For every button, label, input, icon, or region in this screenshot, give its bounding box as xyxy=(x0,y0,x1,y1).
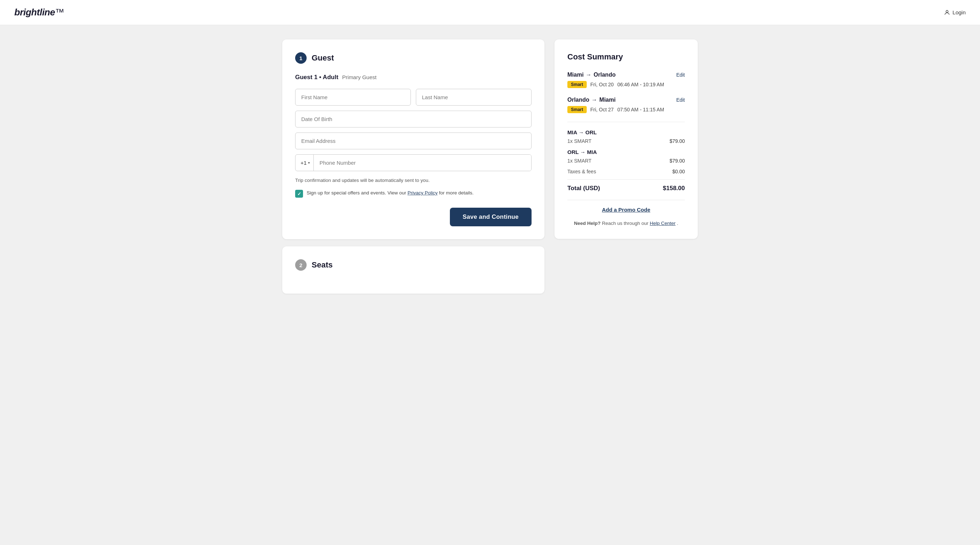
promo-code-link[interactable]: Add a Promo Code xyxy=(567,200,685,213)
guest-section-title: Guest xyxy=(312,53,334,63)
right-column: Cost Summary Miami → Orlando Edit Smart … xyxy=(554,40,698,294)
checkmark-icon: ✓ xyxy=(297,191,301,197)
login-label: Login xyxy=(953,9,966,15)
first-name-input[interactable] xyxy=(295,89,411,106)
route2-day: Fri, Oct 27 xyxy=(590,107,614,113)
main-content: 1 Guest Guest 1 • Adult Primary Guest xyxy=(275,40,705,294)
total-price: $158.00 xyxy=(663,185,685,192)
logo: brightline™ xyxy=(14,7,64,18)
dob-input[interactable] xyxy=(295,111,531,127)
seats-section-title: Seats xyxy=(312,260,333,270)
logo-plain: bright xyxy=(14,7,40,17)
route1-to: Orlando xyxy=(593,72,616,78)
taxes-label: Taxes & fees xyxy=(567,168,596,175)
route1-block: Miami → Orlando Edit Smart Fri, Oct 20 0… xyxy=(567,72,685,88)
phone-input[interactable] xyxy=(314,155,531,171)
privacy-policy-link[interactable]: Privacy Policy xyxy=(407,190,438,195)
route2-arrow-icon: → xyxy=(591,97,597,103)
header: brightline™ Login xyxy=(0,0,980,25)
help-text: Need Help? xyxy=(574,221,600,226)
email-field xyxy=(295,132,531,149)
guest-step-badge: 1 xyxy=(295,52,307,64)
route1-from: Miami xyxy=(567,72,584,78)
seats-section-header: 2 Seats xyxy=(295,259,531,271)
route1-details: Smart Fri, Oct 20 06:46 AM - 10:19 AM xyxy=(567,81,685,88)
guest-step-number: 1 xyxy=(299,55,302,61)
total-label: Total (USD) xyxy=(567,185,600,192)
seats-step-badge: 2 xyxy=(295,259,307,271)
cost-summary-card: Cost Summary Miami → Orlando Edit Smart … xyxy=(554,40,698,239)
phone-row: +1 ▾ xyxy=(295,154,531,171)
chevron-down-icon: ▾ xyxy=(308,161,310,165)
route1-time: 06:46 AM - 10:19 AM xyxy=(617,82,664,87)
mia-orl-section: MIA → ORL 1x SMART $79.00 xyxy=(567,129,685,144)
seats-card: 2 Seats xyxy=(282,246,544,294)
taxes-line: Taxes & fees $0.00 xyxy=(567,168,685,175)
newsletter-checkbox[interactable]: ✓ xyxy=(295,190,303,198)
route1-smart-badge: Smart xyxy=(567,81,587,88)
cost-summary-title: Cost Summary xyxy=(567,52,685,62)
last-name-input[interactable] xyxy=(416,89,531,106)
mia-orl-price: $79.00 xyxy=(670,138,685,144)
orl-mia-label: ORL → MIA xyxy=(567,149,685,155)
logo-bold: line xyxy=(40,7,55,17)
route2-header: Orlando → Miami Edit xyxy=(567,97,685,103)
guest-name-label: Guest 1 • Adult xyxy=(295,74,339,81)
route2-title: Orlando → Miami xyxy=(567,97,616,103)
orl-mia-price: $79.00 xyxy=(670,158,685,164)
help-center-link[interactable]: Help Center xyxy=(650,221,676,226)
phone-country-wrapper[interactable]: +1 ▾ xyxy=(296,155,314,171)
person-icon xyxy=(944,9,950,16)
guest-card: 1 Guest Guest 1 • Adult Primary Guest xyxy=(282,40,544,239)
guest-label: Guest 1 • Adult Primary Guest xyxy=(295,74,531,81)
route2-edit-link[interactable]: Edit xyxy=(676,97,685,103)
guest-section-header: 1 Guest xyxy=(295,52,531,64)
route1-header: Miami → Orlando Edit xyxy=(567,72,685,78)
confirmation-text: Trip confirmation and updates will be au… xyxy=(295,178,531,183)
mia-orl-label: MIA → ORL xyxy=(567,129,685,135)
divider-1 xyxy=(567,122,685,122)
name-row xyxy=(295,89,531,106)
orl-mia-section: ORL → MIA 1x SMART $79.00 xyxy=(567,149,685,164)
save-btn-row: Save and Continue xyxy=(295,208,531,226)
route1-title: Miami → Orlando xyxy=(567,72,616,78)
route2-from: Orlando xyxy=(567,97,589,103)
total-line: Total (USD) $158.00 xyxy=(567,180,685,192)
email-input[interactable] xyxy=(295,132,531,149)
orl-mia-item: 1x SMART xyxy=(567,158,591,164)
route1-arrow-icon: → xyxy=(585,72,591,78)
route2-to: Miami xyxy=(599,97,616,103)
seats-step-number: 2 xyxy=(299,262,302,268)
route2-time: 07:50 AM - 11:15 AM xyxy=(617,107,664,113)
route1-day: Fri, Oct 20 xyxy=(590,82,614,87)
phone-country-code: +1 xyxy=(301,160,307,166)
left-column: 1 Guest Guest 1 • Adult Primary Guest xyxy=(282,40,544,294)
route2-block: Orlando → Miami Edit Smart Fri, Oct 27 0… xyxy=(567,97,685,113)
route2-details: Smart Fri, Oct 27 07:50 AM - 11:15 AM xyxy=(567,106,685,113)
help-mid: Reach us through our xyxy=(602,221,650,226)
route1-edit-link[interactable]: Edit xyxy=(676,72,685,78)
mia-orl-item: 1x SMART xyxy=(567,138,591,144)
taxes-price: $0.00 xyxy=(672,168,685,175)
checkbox-text: Sign up for special offers and events. V… xyxy=(307,189,474,197)
route2-smart-badge: Smart xyxy=(567,106,587,113)
help-end: . xyxy=(677,221,678,226)
checkbox-row: ✓ Sign up for special offers and events.… xyxy=(295,189,531,198)
mia-orl-line: 1x SMART $79.00 xyxy=(567,138,685,144)
svg-point-0 xyxy=(946,10,948,13)
login-button[interactable]: Login xyxy=(944,9,966,16)
dob-field xyxy=(295,111,531,127)
help-section: Need Help? Reach us through our Help Cen… xyxy=(567,221,685,226)
primary-guest-tag: Primary Guest xyxy=(342,74,377,80)
orl-mia-line: 1x SMART $79.00 xyxy=(567,158,685,164)
save-continue-button[interactable]: Save and Continue xyxy=(450,208,531,226)
